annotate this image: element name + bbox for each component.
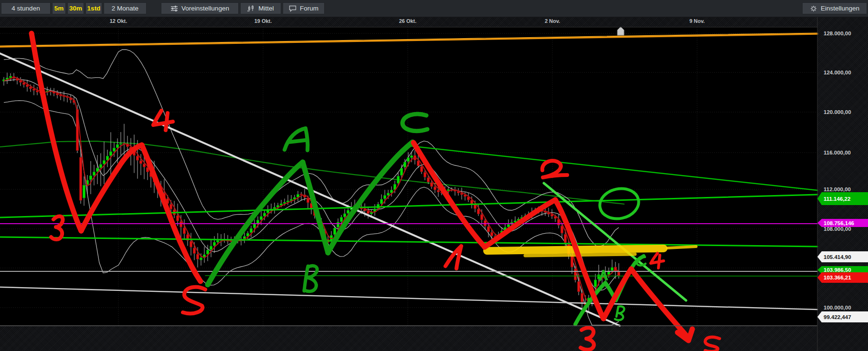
price-label: 116.000,00: [824, 150, 851, 155]
indicator-candles-icon: [247, 5, 255, 12]
timeframe-button-1std[interactable]: 1std: [85, 2, 102, 14]
price-tag: 111.146,22: [817, 192, 868, 205]
price-axis[interactable]: 128.000,00124.000,00120.000,00116.000,00…: [817, 17, 868, 351]
gear-icon: [810, 5, 817, 12]
trading-app: { "toolbar": { "buttons": [ {"label": "4…: [0, 0, 868, 351]
date-axis: 12 Okt.19 Okt.26 Okt.2 Nov.9 Nov.: [0, 17, 817, 27]
price-tag: 103.366,21: [817, 272, 868, 283]
price-label: 112.000,00: [824, 186, 851, 192]
date-label: 2 Nov.: [545, 18, 560, 24]
chart-canvas[interactable]: [0, 0, 868, 351]
timeframe-button-30m[interactable]: 30m: [67, 2, 84, 14]
toolbar: 4 stunden 5m 30m 1std 2 Monate Voreinste…: [0, 0, 868, 17]
green-thin-support-line[interactable]: [205, 276, 817, 276]
mittel-button[interactable]: Mittel: [240, 2, 281, 14]
price-label: 100.000,00: [824, 305, 851, 310]
date-label: 19 Okt.: [254, 18, 272, 24]
price-tag: 99.422,447: [817, 311, 868, 322]
timeframe-button-5m[interactable]: 5m: [52, 2, 66, 14]
price-label: 128.000,00: [824, 31, 851, 36]
forum-button[interactable]: Forum: [283, 2, 325, 14]
date-label: 9 Nov.: [689, 18, 705, 24]
timeframe-label: 4 stunden: [11, 5, 40, 12]
price-tag: 108.756,146: [817, 219, 868, 227]
range-button-2-monate[interactable]: 2 Monate: [104, 2, 147, 14]
speech-bubble-icon: [289, 5, 296, 12]
price-label: 120.000,00: [824, 109, 851, 115]
yellow-highlight-tail: [667, 247, 696, 248]
red-label-3b: [581, 328, 594, 350]
sliders-icon: [170, 5, 178, 12]
price-label: 124.000,00: [824, 70, 851, 75]
voreinstellungen-button[interactable]: Voreinstellungen: [161, 2, 239, 14]
price-tag: 105.414,90: [817, 251, 868, 262]
red-label-5b: [705, 337, 720, 351]
date-label: 26 Okt.: [399, 18, 417, 24]
einstellungen-button[interactable]: Einstellungen: [802, 2, 867, 14]
timeframe-button-4h[interactable]: 4 stunden: [1, 2, 51, 14]
date-label: 12 Okt.: [110, 18, 127, 24]
